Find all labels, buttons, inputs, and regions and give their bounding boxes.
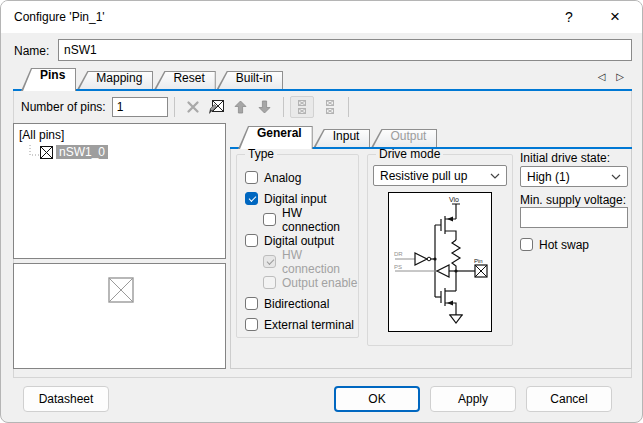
checkbox-icon[interactable] (245, 297, 258, 310)
tab-mapping-label: Mapping (77, 69, 153, 85)
checkbox-label: Output enable (282, 276, 357, 290)
toolbar-separator (283, 97, 284, 117)
tab-scroll-arrows-icon[interactable]: ◁ ▷ (598, 71, 628, 82)
initial-drive-state-value: High (1) (527, 170, 570, 184)
tree-connector-icon (26, 145, 40, 159)
diagram-vio-label: Vio (449, 196, 459, 203)
type-group-title: Type (245, 147, 277, 161)
checkbox-label: Digital input (264, 192, 327, 206)
tab-output: Output (371, 129, 437, 147)
tab-pins[interactable]: Pins (21, 68, 76, 91)
type-groupbox: Type Analog Digital input HW connection … (236, 154, 359, 338)
diagram-dr-label: DR (394, 251, 403, 257)
checkbox-icon[interactable] (263, 213, 276, 226)
checkbox-output-enable: Output enable (237, 272, 358, 293)
checkbox-label: Digital output (264, 234, 334, 248)
pins-toolbar: Number of pins: (13, 94, 632, 120)
checkbox-icon[interactable] (245, 171, 258, 184)
checkbox-label: Bidirectional (264, 297, 329, 311)
number-of-pins-label: Number of pins: (21, 100, 106, 114)
inner-tab-strip: General Input Output (230, 126, 632, 149)
chevron-down-icon (490, 173, 500, 179)
tab-mapping[interactable]: Mapping (77, 71, 153, 89)
drive-mode-select[interactable]: Resistive pull up (373, 165, 507, 186)
move-up-icon[interactable] (229, 96, 253, 118)
pin-preview-symbol-icon (108, 277, 134, 303)
name-label: Name: (14, 44, 49, 58)
move-down-icon[interactable] (253, 96, 277, 118)
number-of-pins-input[interactable] (112, 97, 168, 117)
checkbox-hot-swap[interactable]: Hot swap (520, 234, 589, 255)
dialog-title: Configure 'Pin_1' (14, 1, 105, 33)
delete-pin-icon[interactable] (181, 96, 205, 118)
apply-button[interactable]: Apply (430, 386, 516, 412)
tab-pins-label: Pins (21, 64, 76, 82)
diagram-pin-label: Pin (474, 258, 483, 264)
pin-symbol-icon (40, 146, 53, 159)
checkbox-label: HW connection (282, 206, 358, 234)
datasheet-button[interactable]: Datasheet (23, 386, 109, 412)
toolbar-separator (174, 97, 175, 117)
checkbox-external-terminal[interactable]: External terminal (237, 314, 358, 335)
list-item[interactable]: nSW1_0 (26, 145, 225, 159)
checkbox-input-hw-connection[interactable]: HW connection (237, 209, 358, 230)
title-bar: Configure 'Pin_1' ? × (1, 1, 642, 33)
tab-input-label: Input (314, 127, 371, 143)
pin-tree-root[interactable]: [All pins] (14, 124, 225, 142)
configure-pin-dialog: Configure 'Pin_1' ? × Name: Pins Mapping… (0, 0, 643, 423)
min-supply-voltage-input[interactable] (520, 207, 628, 228)
pin-list-panel[interactable]: [All pins] nSW1_0 (13, 123, 226, 259)
checkbox-icon (263, 255, 276, 268)
toolbar-separator (348, 97, 349, 117)
initial-drive-state-label: Initial drive state: (520, 151, 610, 165)
checkbox-bidirectional[interactable]: Bidirectional (237, 293, 358, 314)
drive-mode-diagram: Vio DR PS Pin (388, 192, 492, 332)
ok-button[interactable]: OK (334, 386, 420, 412)
edit-pin-icon[interactable] (205, 96, 229, 118)
tab-input[interactable]: Input (314, 129, 371, 147)
checkbox-icon[interactable] (520, 238, 533, 251)
help-button[interactable]: ? (554, 1, 584, 33)
initial-drive-state-select[interactable]: High (1) (520, 166, 628, 187)
checkbox-icon[interactable] (245, 318, 258, 331)
tab-output-label: Output (371, 127, 437, 143)
checkbox-label: Analog (264, 171, 301, 185)
checkbox-label: HW connection (282, 248, 358, 276)
checkbox-analog[interactable]: Analog (237, 167, 358, 188)
checkbox-icon (263, 276, 276, 289)
chevron-down-icon (611, 174, 621, 180)
tab-general[interactable]: General (238, 126, 313, 149)
drive-mode-group-title: Drive mode (376, 147, 443, 161)
checkbox-icon[interactable] (245, 192, 258, 205)
diagram-ps-label: PS (394, 264, 402, 270)
tab-general-label: General (238, 122, 313, 140)
pin-preview-panel (13, 263, 226, 369)
tab-built-in-label: Built-in (217, 69, 284, 85)
pin-item-label[interactable]: nSW1_0 (56, 145, 108, 159)
tab-built-in[interactable]: Built-in (217, 71, 284, 89)
close-icon[interactable]: × (600, 1, 630, 33)
tab-reset[interactable]: Reset (154, 71, 215, 89)
ungroup-pins-icon[interactable] (318, 96, 342, 118)
checkbox-icon[interactable] (245, 234, 258, 247)
group-pins-icon[interactable] (290, 96, 314, 118)
checkbox-label: Hot swap (539, 238, 589, 252)
checkbox-label: External terminal (264, 318, 354, 332)
tab-underline (13, 89, 632, 91)
drive-mode-value: Resistive pull up (380, 169, 467, 183)
checkbox-output-hw-connection: HW connection (237, 251, 358, 272)
name-input[interactable] (58, 39, 632, 61)
outer-tab-strip: Pins Mapping Reset Built-in ◁ ▷ (13, 68, 632, 91)
tab-reset-label: Reset (154, 69, 215, 85)
min-supply-voltage-label: Min. supply voltage: (520, 193, 626, 207)
cancel-button[interactable]: Cancel (526, 386, 612, 412)
